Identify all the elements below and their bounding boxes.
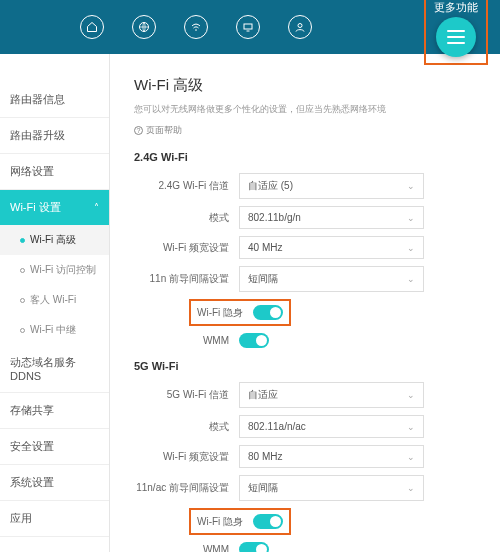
select-5g-guard[interactable]: 短间隔⌄ <box>239 475 424 501</box>
chevron-down-icon: ⌄ <box>407 274 415 284</box>
help-link-label: 页面帮助 <box>146 124 182 137</box>
select-5g-mode[interactable]: 802.11a/n/ac⌄ <box>239 415 424 438</box>
home-icon[interactable] <box>80 15 104 39</box>
section-title-24g: 2.4G Wi-Fi <box>134 151 480 163</box>
chevron-down-icon: ⌄ <box>407 243 415 253</box>
page-title: Wi-Fi 高级 <box>134 76 480 95</box>
select-24g-channel[interactable]: 自适应 (5)⌄ <box>239 173 424 199</box>
highlight-5g-hide: Wi-Fi 隐身 <box>189 508 291 535</box>
chevron-down-icon: ⌄ <box>407 452 415 462</box>
sidebar-sub-label: Wi-Fi 访问控制 <box>30 263 96 277</box>
select-24g-guard[interactable]: 短间隔⌄ <box>239 266 424 292</box>
select-value: 40 MHz <box>248 242 282 253</box>
page-description: 您可以对无线网络做更多个性化的设置，但应当先熟悉网络环境 <box>134 103 480 116</box>
help-link[interactable]: ?页面帮助 <box>134 124 480 137</box>
chevron-down-icon: ⌄ <box>407 390 415 400</box>
sidebar-item-system[interactable]: 系统设置 <box>0 465 109 501</box>
sidebar-sub-label: Wi-Fi 中继 <box>30 323 76 337</box>
chevron-down-icon: ⌄ <box>407 483 415 493</box>
chevron-up-icon: ˄ <box>94 202 99 213</box>
bullet-icon <box>20 328 25 333</box>
label-24g-hide: Wi-Fi 隐身 <box>197 306 253 320</box>
chevron-down-icon: ⌄ <box>407 181 415 191</box>
top-bar: 更多功能 <box>0 0 500 54</box>
select-24g-bandwidth[interactable]: 40 MHz⌄ <box>239 236 424 259</box>
svg-point-1 <box>196 30 197 31</box>
devices-icon[interactable] <box>236 15 260 39</box>
sidebar-item-router-upgrade[interactable]: 路由器升级 <box>0 118 109 154</box>
bullet-icon <box>20 298 25 303</box>
bullet-icon <box>20 238 25 243</box>
label-5g-channel: 5G Wi-Fi 信道 <box>134 388 239 402</box>
select-5g-bandwidth[interactable]: 80 MHz⌄ <box>239 445 424 468</box>
sidebar-group-wifi[interactable]: Wi-Fi 设置 ˄ <box>0 190 109 225</box>
select-24g-mode[interactable]: 802.11b/g/n⌄ <box>239 206 424 229</box>
sidebar-group-wifi-label: Wi-Fi 设置 <box>10 200 61 215</box>
label-24g-bandwidth: Wi-Fi 频宽设置 <box>134 241 239 255</box>
user-icon[interactable] <box>288 15 312 39</box>
label-5g-guard: 11n/ac 前导间隔设置 <box>134 481 239 495</box>
toggle-24g-hide[interactable] <box>253 305 283 320</box>
more-menu-label: 更多功能 <box>434 0 478 15</box>
sidebar-item-network[interactable]: 网络设置 <box>0 154 109 190</box>
top-icon-row <box>80 15 312 39</box>
label-5g-bandwidth: Wi-Fi 频宽设置 <box>134 450 239 464</box>
main-panel: Wi-Fi 高级 您可以对无线网络做更多个性化的设置，但应当先熟悉网络环境 ?页… <box>110 54 500 552</box>
hamburger-icon[interactable] <box>436 17 476 57</box>
label-5g-wmm: WMM <box>134 544 239 552</box>
label-24g-mode: 模式 <box>134 211 239 225</box>
sidebar-item-storage[interactable]: 存储共享 <box>0 393 109 429</box>
select-value: 短间隔 <box>248 481 278 495</box>
label-24g-channel: 2.4G Wi-Fi 信道 <box>134 179 239 193</box>
sidebar-sub-guest-wifi[interactable]: 客人 Wi-Fi <box>0 285 109 315</box>
sidebar-item-ddns[interactable]: 动态域名服务 DDNS <box>0 345 109 393</box>
sidebar: 路由器信息 路由器升级 网络设置 Wi-Fi 设置 ˄ Wi-Fi 高级 Wi-… <box>0 54 110 552</box>
sidebar-sub-label: 客人 Wi-Fi <box>30 293 76 307</box>
sidebar-sub-label: Wi-Fi 高级 <box>30 233 76 247</box>
toggle-24g-wmm[interactable] <box>239 333 269 348</box>
globe-icon[interactable] <box>132 15 156 39</box>
toggle-5g-hide[interactable] <box>253 514 283 529</box>
sidebar-item-security[interactable]: 安全设置 <box>0 429 109 465</box>
select-5g-channel[interactable]: 自适应⌄ <box>239 382 424 408</box>
select-value: 短间隔 <box>248 272 278 286</box>
label-5g-hide: Wi-Fi 隐身 <box>197 515 253 529</box>
wifi-icon[interactable] <box>184 15 208 39</box>
svg-rect-2 <box>244 24 252 29</box>
svg-point-3 <box>298 24 302 28</box>
select-value: 802.11b/g/n <box>248 212 301 223</box>
label-24g-guard: 11n 前导间隔设置 <box>134 272 239 286</box>
sidebar-sub-wifi-repeater[interactable]: Wi-Fi 中继 <box>0 315 109 345</box>
more-menu-highlight: 更多功能 <box>424 0 488 65</box>
section-title-5g: 5G Wi-Fi <box>134 360 480 372</box>
select-value: 802.11a/n/ac <box>248 421 306 432</box>
chevron-down-icon: ⌄ <box>407 422 415 432</box>
sidebar-sub-wifi-access[interactable]: Wi-Fi 访问控制 <box>0 255 109 285</box>
label-24g-wmm: WMM <box>134 335 239 346</box>
bullet-icon <box>20 268 25 273</box>
select-value: 80 MHz <box>248 451 282 462</box>
sidebar-item-apps[interactable]: 应用 <box>0 501 109 537</box>
help-icon: ? <box>134 126 143 135</box>
sidebar-item-router-info[interactable]: 路由器信息 <box>0 82 109 118</box>
highlight-24g-hide: Wi-Fi 隐身 <box>189 299 291 326</box>
sidebar-sub-wifi-advanced[interactable]: Wi-Fi 高级 <box>0 225 109 255</box>
select-value: 自适应 (5) <box>248 179 293 193</box>
toggle-5g-wmm[interactable] <box>239 542 269 552</box>
chevron-down-icon: ⌄ <box>407 213 415 223</box>
select-value: 自适应 <box>248 388 278 402</box>
label-5g-mode: 模式 <box>134 420 239 434</box>
